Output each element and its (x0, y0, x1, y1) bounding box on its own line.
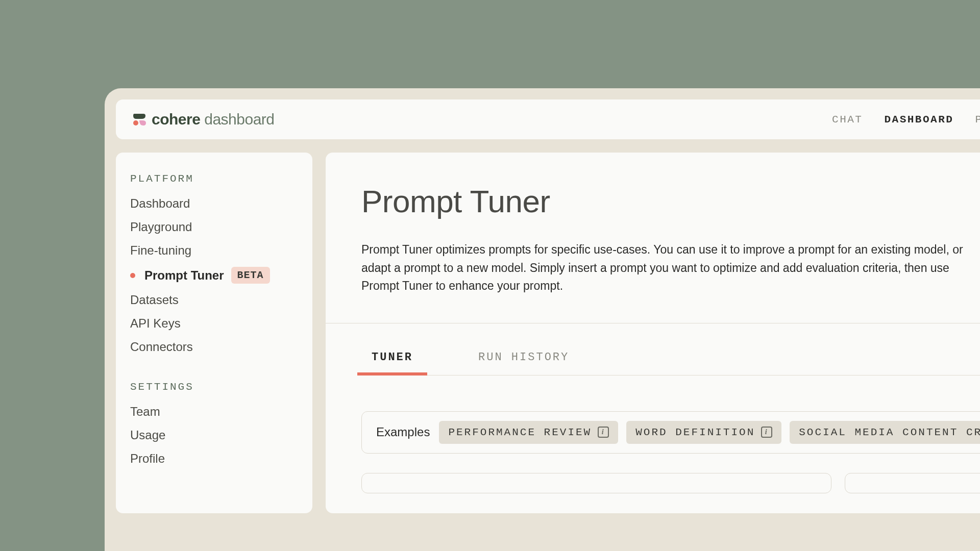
sidebar-item-connectors[interactable]: Connectors (130, 335, 298, 359)
header-bar: cohere dashboard CHAT DASHBOARD PLAYGR (116, 99, 980, 139)
main-panel: Prompt Tuner Prompt Tuner optimizes prom… (326, 153, 980, 513)
brand-suffix: dashboard (204, 111, 274, 128)
examples-label: Examples (376, 425, 430, 439)
sidebar-item-label: Profile (130, 452, 165, 466)
sidebar-item-label: Fine-tuning (130, 243, 191, 258)
sidebar-item-playground[interactable]: Playground (130, 215, 298, 239)
sidebar-section-platform: PLATFORM Dashboard Playground Fine-tunin… (130, 173, 298, 359)
sidebar-item-api-keys[interactable]: API Keys (130, 312, 298, 335)
tab-run-history[interactable]: RUN HISTORY (468, 351, 579, 375)
sidebar-item-label: Datasets (130, 293, 179, 307)
sidebar: PLATFORM Dashboard Playground Fine-tunin… (116, 153, 312, 513)
chip-label: PERFORMANCE REVIEW (448, 427, 592, 438)
sidebar-item-label: Connectors (130, 340, 193, 354)
example-chip-word-definition[interactable]: WORD DEFINITION i (626, 421, 781, 444)
sidebar-item-dashboard[interactable]: Dashboard (130, 192, 298, 215)
brand-name: cohere (152, 111, 200, 128)
sidebar-item-prompt-tuner[interactable]: Prompt Tuner BETA (130, 262, 298, 288)
sidebar-title-settings: SETTINGS (130, 381, 298, 393)
nav-chat[interactable]: CHAT (832, 114, 863, 126)
sidebar-title-platform: PLATFORM (130, 173, 298, 185)
chip-label: WORD DEFINITION (635, 427, 755, 438)
tab-tuner[interactable]: TUNER (361, 351, 423, 375)
sidebar-item-label: Team (130, 405, 160, 419)
sidebar-item-datasets[interactable]: Datasets (130, 288, 298, 312)
prompt-input-box[interactable] (361, 473, 831, 493)
sidebar-item-team[interactable]: Team (130, 400, 298, 423)
sidebar-item-label: Playground (130, 220, 192, 234)
nav-dashboard[interactable]: DASHBOARD (884, 114, 953, 126)
examples-bar: Examples PERFORMANCE REVIEW i WORD DEFIN… (361, 411, 980, 454)
info-icon[interactable]: i (598, 427, 609, 438)
nav-playground[interactable]: PLAYGR (975, 114, 980, 126)
sidebar-item-label: Usage (130, 428, 165, 442)
body-row: PLATFORM Dashboard Playground Fine-tunin… (116, 153, 980, 513)
page-description: Prompt Tuner optimizes prompts for speci… (361, 241, 964, 295)
chip-label: SOCIAL MEDIA CONTENT CRE (799, 427, 980, 438)
sidebar-item-usage[interactable]: Usage (130, 423, 298, 447)
beta-badge: BETA (231, 267, 270, 284)
app-window: cohere dashboard CHAT DASHBOARD PLAYGR P… (105, 88, 980, 551)
logo-text: cohere dashboard (152, 111, 275, 128)
side-input-box[interactable] (845, 473, 980, 493)
cohere-logo-icon (132, 113, 146, 126)
example-chip-social-media[interactable]: SOCIAL MEDIA CONTENT CRE (790, 421, 980, 444)
tabs: TUNER RUN HISTORY (361, 351, 980, 375)
info-icon[interactable]: i (761, 427, 772, 438)
sidebar-section-settings: SETTINGS Team Usage Profile (130, 381, 298, 470)
svg-point-0 (133, 120, 138, 126)
logo[interactable]: cohere dashboard (132, 111, 275, 128)
sidebar-item-label: Prompt Tuner (144, 268, 224, 283)
divider (326, 323, 980, 323)
sidebar-item-fine-tuning[interactable]: Fine-tuning (130, 239, 298, 262)
sidebar-item-profile[interactable]: Profile (130, 447, 298, 470)
example-chip-performance-review[interactable]: PERFORMANCE REVIEW i (439, 421, 618, 444)
top-nav: CHAT DASHBOARD PLAYGR (832, 114, 980, 126)
sidebar-item-label: API Keys (130, 316, 181, 331)
sidebar-item-label: Dashboard (130, 196, 190, 211)
active-dot-icon (130, 273, 135, 278)
input-row (361, 473, 980, 493)
page-title: Prompt Tuner (361, 183, 980, 219)
